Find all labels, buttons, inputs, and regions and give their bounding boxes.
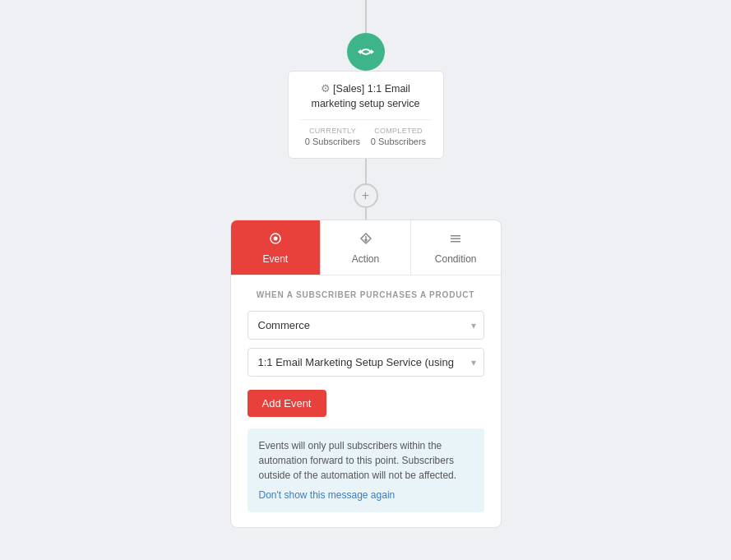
tab-event[interactable]: Event [231, 220, 322, 275]
svg-rect-7 [451, 235, 460, 237]
product-dropdown[interactable]: 1:1 Email Marketing Setup Service (using… [248, 348, 484, 377]
condition-tab-icon [449, 232, 462, 248]
stat-currently: Currently 0 Subscribers [300, 127, 366, 146]
add-event-button[interactable]: Add Event [248, 390, 326, 417]
event-panel: Event Action [230, 220, 502, 528]
top-connector-line [365, 0, 367, 33]
canvas: ⚙[Sales] 1:1 Email marketing setup servi… [0, 0, 731, 560]
workflow-card-stats: Currently 0 Subscribers Completed 0 Subs… [300, 119, 432, 146]
product-select-wrapper: 1:1 Email Marketing Setup Service (using… [248, 348, 484, 377]
step-circle-icon [357, 43, 375, 61]
stat-completed: Completed 0 Subscribers [366, 127, 432, 146]
tab-condition[interactable]: Condition [411, 220, 501, 275]
svg-point-3 [273, 237, 277, 241]
workflow-center: ⚙[Sales] 1:1 Email marketing setup servi… [230, 0, 502, 528]
gear-icon: ⚙ [321, 82, 331, 95]
info-box-message: Events will only pull subscribers within… [259, 440, 457, 481]
workflow-card: ⚙[Sales] 1:1 Email marketing setup servi… [288, 71, 444, 159]
connector-line-2 [365, 208, 367, 220]
commerce-select-wrapper: Commerce ▾ [248, 311, 484, 340]
svg-rect-9 [451, 241, 460, 243]
event-tab-icon [269, 232, 282, 248]
dismiss-message-link[interactable]: Don't show this message again [259, 488, 473, 502]
connector-line-1 [365, 159, 367, 183]
tab-action[interactable]: Action [321, 220, 411, 275]
commerce-dropdown[interactable]: Commerce [248, 311, 484, 340]
info-box: Events will only pull subscribers within… [248, 428, 484, 512]
svg-marker-0 [371, 49, 374, 54]
section-heading: WHEN A SUBSCRIBER PURCHASES A PRODUCT [248, 290, 484, 299]
workflow-card-title: ⚙[Sales] 1:1 Email marketing setup servi… [300, 81, 432, 111]
svg-marker-1 [358, 49, 361, 54]
step-circle[interactable] [347, 33, 385, 71]
svg-rect-8 [451, 238, 460, 240]
tab-bar: Event Action [231, 220, 501, 275]
panel-body: WHEN A SUBSCRIBER PURCHASES A PRODUCT Co… [231, 275, 501, 527]
add-step-button[interactable]: + [354, 183, 378, 208]
action-tab-icon [359, 232, 372, 248]
